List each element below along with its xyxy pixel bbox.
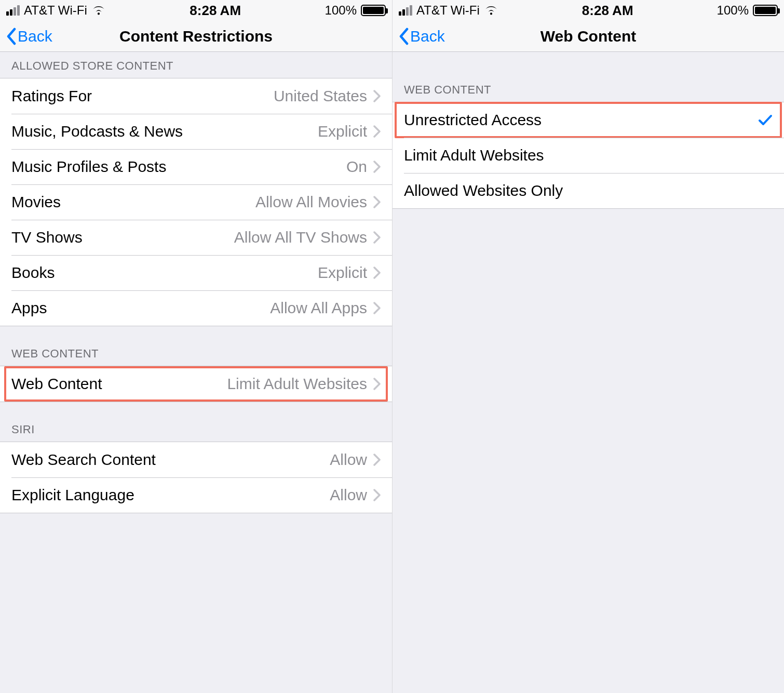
page-title: Web Content — [393, 28, 784, 45]
row-books[interactable]: Books Explicit — [0, 255, 392, 290]
row-value: Explicit — [318, 264, 367, 282]
option-label: Unrestricted Access — [404, 111, 542, 129]
chevron-left-icon — [6, 28, 17, 45]
status-time: 8:28 AM — [190, 3, 241, 19]
row-label: Web Content — [11, 375, 102, 393]
status-bar: AT&T Wi-Fi 8:28 AM 100% — [393, 0, 784, 21]
row-label: Explicit Language — [11, 486, 134, 504]
nav-bar: Back Web Content — [393, 21, 784, 52]
row-web-content[interactable]: Web Content Limit Adult Websites — [0, 366, 392, 402]
battery-icon — [753, 5, 778, 16]
cell-signal-icon — [6, 5, 20, 16]
row-value: Allow — [330, 451, 367, 469]
row-value: Limit Adult Websites — [227, 375, 367, 393]
row-web-search-content[interactable]: Web Search Content Allow — [0, 442, 392, 477]
page-title: Content Restrictions — [0, 28, 392, 45]
option-unrestricted-access[interactable]: Unrestricted Access — [393, 102, 784, 138]
row-label: Music Profiles & Posts — [11, 158, 166, 176]
row-label: Books — [11, 264, 55, 282]
section-header-web: WEB CONTENT — [0, 326, 392, 366]
row-label: Music, Podcasts & News — [11, 123, 183, 140]
battery-percent-label: 100% — [325, 3, 357, 18]
carrier-label: AT&T Wi-Fi — [24, 3, 87, 18]
section-header-store: ALLOWED STORE CONTENT — [0, 52, 392, 78]
status-time: 8:28 AM — [582, 3, 633, 19]
chevron-right-icon — [373, 454, 381, 466]
chevron-right-icon — [373, 231, 381, 244]
option-allowed-websites-only[interactable]: Allowed Websites Only — [393, 173, 784, 208]
chevron-left-icon — [399, 28, 409, 45]
status-left-group: AT&T Wi-Fi — [399, 3, 498, 18]
back-button[interactable]: Back — [6, 28, 52, 45]
row-label: Web Search Content — [11, 451, 156, 469]
row-value: Allow All Movies — [255, 193, 367, 211]
status-bar: AT&T Wi-Fi 8:28 AM 100% — [0, 0, 392, 21]
section-header-siri: SIRI — [0, 402, 392, 442]
screen-content-restrictions: AT&T Wi-Fi 8:28 AM 100% Back Content Res… — [0, 0, 392, 693]
row-label: Ratings For — [11, 87, 92, 105]
battery-percent-label: 100% — [717, 3, 749, 18]
row-value: Explicit — [318, 123, 367, 140]
row-movies[interactable]: Movies Allow All Movies — [0, 184, 392, 220]
chevron-right-icon — [373, 302, 381, 314]
row-value: Allow All Apps — [270, 299, 367, 317]
list-group-siri: Web Search Content Allow Explicit Langua… — [0, 442, 392, 513]
option-label: Limit Adult Websites — [404, 146, 544, 164]
battery-icon — [361, 5, 386, 16]
chevron-right-icon — [373, 489, 381, 501]
list-group-web: Web Content Limit Adult Websites — [0, 366, 392, 402]
status-right-group: 100% — [717, 3, 778, 18]
section-header-web: WEB CONTENT — [393, 52, 784, 102]
row-ratings-for[interactable]: Ratings For United States — [0, 78, 392, 114]
carrier-label: AT&T Wi-Fi — [416, 3, 480, 18]
row-value: Allow — [330, 486, 367, 504]
chevron-right-icon — [373, 378, 381, 390]
row-tv-shows[interactable]: TV Shows Allow All TV Shows — [0, 220, 392, 255]
row-value: United States — [274, 87, 367, 105]
back-label: Back — [410, 28, 445, 45]
nav-bar: Back Content Restrictions — [0, 21, 392, 52]
option-label: Allowed Websites Only — [404, 182, 563, 199]
back-label: Back — [18, 28, 52, 45]
row-value: Allow All TV Shows — [234, 229, 367, 246]
chevron-right-icon — [373, 125, 381, 138]
row-label: Movies — [11, 193, 61, 211]
status-left-group: AT&T Wi-Fi — [6, 3, 106, 18]
row-label: Apps — [11, 299, 47, 317]
row-label: TV Shows — [11, 229, 83, 246]
list-group-store: Ratings For United States Music, Podcast… — [0, 78, 392, 326]
row-value: On — [346, 158, 367, 176]
cell-signal-icon — [399, 5, 412, 16]
screen-web-content: AT&T Wi-Fi 8:28 AM 100% Back Web Content… — [392, 0, 784, 693]
chevron-right-icon — [373, 196, 381, 208]
wifi-icon — [484, 5, 498, 16]
chevron-right-icon — [373, 161, 381, 173]
row-apps[interactable]: Apps Allow All Apps — [0, 290, 392, 326]
back-button[interactable]: Back — [399, 28, 445, 45]
status-right-group: 100% — [325, 3, 386, 18]
chevron-right-icon — [373, 90, 381, 102]
row-music-profiles-posts[interactable]: Music Profiles & Posts On — [0, 149, 392, 184]
row-explicit-language[interactable]: Explicit Language Allow — [0, 477, 392, 513]
row-music-podcasts-news[interactable]: Music, Podcasts & News Explicit — [0, 114, 392, 149]
wifi-icon — [91, 5, 106, 16]
option-limit-adult-websites[interactable]: Limit Adult Websites — [393, 138, 784, 173]
list-group-web-options: Unrestricted Access Limit Adult Websites… — [393, 102, 784, 209]
checkmark-icon — [758, 114, 773, 126]
chevron-right-icon — [373, 266, 381, 279]
